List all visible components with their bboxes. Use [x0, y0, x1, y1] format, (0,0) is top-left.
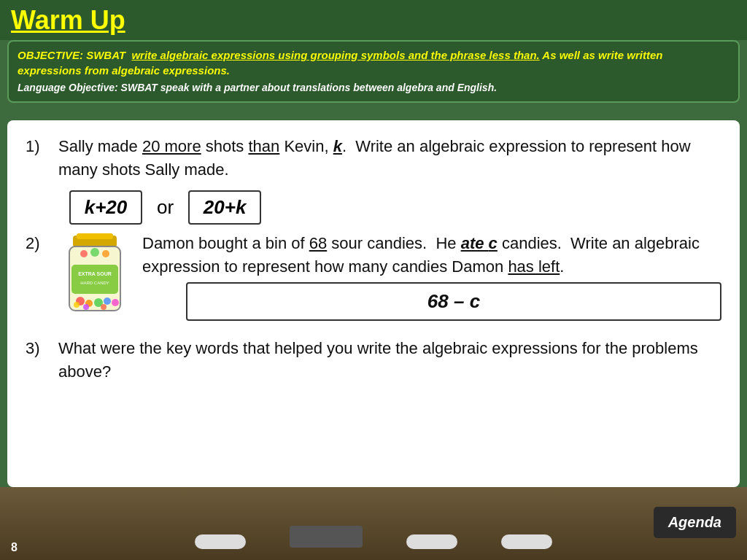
- svg-point-34: [104, 298, 111, 305]
- objective-language: Language Objective: SWBAT speak with a p…: [18, 81, 729, 96]
- chalk-piece-1: [195, 534, 246, 549]
- svg-point-40: [90, 248, 99, 257]
- bottom-tray: [0, 487, 747, 560]
- or-text: or: [157, 196, 174, 219]
- objective-main: OBJECTIVE: SWBAT write algebraic express…: [18, 47, 729, 78]
- svg-point-37: [83, 304, 89, 310]
- answer-box-68-minus-c: 68 – c: [186, 282, 721, 322]
- problem-2: 2) EXTRA SOUR HARD CANDY: [26, 232, 721, 328]
- agenda-button[interactable]: Agenda: [654, 507, 736, 538]
- svg-text:HARD CANDY: HARD CANDY: [80, 281, 109, 285]
- problem-2-number: 2): [26, 232, 58, 255]
- objective-label: OBJECTIVE: SWBAT: [18, 49, 131, 61]
- k-variable: k: [333, 137, 342, 155]
- answer-box-20-plus-k: 20+k: [188, 190, 261, 225]
- header: Warm Up: [0, 0, 747, 40]
- ate-underline: ate c: [461, 234, 498, 252]
- problem-3-number: 3): [26, 337, 58, 384]
- problem-3-text: What were the key words that helped you …: [58, 337, 721, 384]
- svg-rect-25: [77, 233, 113, 239]
- svg-rect-28: [71, 265, 118, 294]
- problem-2-text: Damon bought a bin of 68 sour candies. H…: [142, 232, 721, 328]
- problem-3: 3) What were the key words that helped y…: [26, 337, 721, 384]
- candy-jar-image: EXTRA SOUR HARD CANDY: [58, 232, 131, 323]
- svg-point-36: [74, 302, 80, 308]
- problem-1-number: 1): [26, 135, 58, 182]
- content-area: 1) Sally made 20 more shots than Kevin, …: [7, 120, 740, 487]
- 68-underline: 68: [309, 234, 327, 252]
- page-title: Warm Up: [11, 5, 125, 36]
- svg-point-35: [112, 299, 119, 306]
- language-objective-text: Language Objective: SWBAT speak with a p…: [18, 82, 497, 93]
- svg-point-41: [102, 250, 109, 257]
- 20-more-underline: 20 more: [142, 137, 201, 155]
- objective-text: write algebraic expressions using groupi…: [131, 49, 539, 61]
- svg-text:EXTRA SOUR: EXTRA SOUR: [78, 271, 112, 276]
- objective-box: OBJECTIVE: SWBAT write algebraic express…: [7, 40, 740, 103]
- chalk-piece-3: [501, 534, 552, 549]
- than-underline: than: [248, 137, 279, 155]
- page-number: 8: [11, 541, 18, 554]
- chalk-piece-2: [406, 534, 457, 549]
- problem-1-text: Sally made 20 more shots than Kevin, k. …: [58, 135, 721, 182]
- problem-1: 1) Sally made 20 more shots than Kevin, …: [26, 135, 721, 182]
- problem-1-answers: k+20 or 20+k: [69, 190, 721, 225]
- svg-point-38: [101, 304, 107, 310]
- has-left-underline: has left: [508, 257, 560, 276]
- answer-box-k-plus-20: k+20: [69, 190, 142, 225]
- problem-2-content: EXTRA SOUR HARD CANDY Damon bought a bin…: [58, 232, 721, 328]
- chalk-tray-row: [0, 526, 747, 549]
- eraser-1: [290, 526, 363, 548]
- svg-point-39: [80, 250, 88, 257]
